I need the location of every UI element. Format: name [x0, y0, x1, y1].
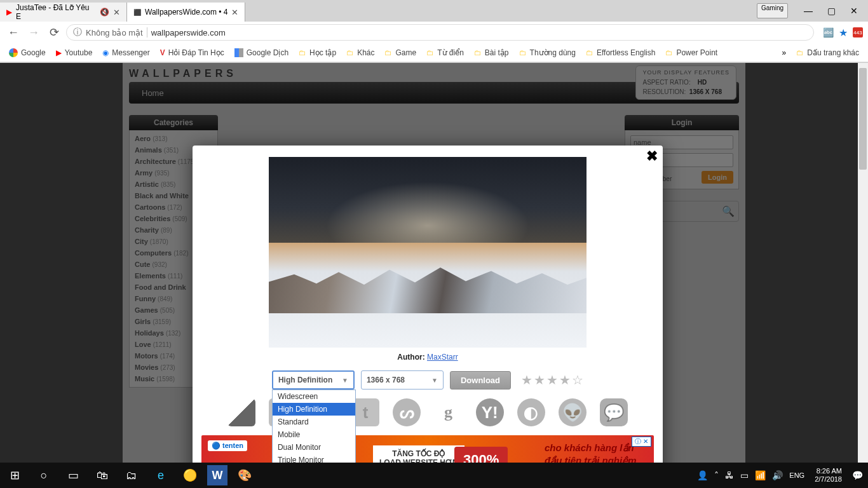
bookmark-youtube[interactable]: ▶Youtube	[52, 46, 97, 59]
network-icon[interactable]: 🖧	[725, 470, 734, 480]
wifi-icon[interactable]: 📶	[755, 470, 766, 480]
start-button[interactable]: ⊞	[0, 463, 29, 488]
battery-icon[interactable]: ▭	[740, 470, 749, 480]
explorer-icon[interactable]: 🗂	[117, 463, 146, 488]
star-icon[interactable]: ★	[534, 372, 545, 388]
folder-icon: 🗀	[346, 48, 354, 57]
tab-title: WallpapersWide.com • 4	[145, 8, 227, 17]
wallpaper-modal: ✖ Author: MaxStarr High Definition ▼ Wid…	[193, 146, 663, 488]
reload-button[interactable]: ⟳	[46, 24, 62, 41]
extension-icon[interactable]: 443	[853, 27, 863, 37]
site-icon: V	[160, 48, 165, 57]
taskview-button[interactable]: ▭	[58, 463, 88, 488]
back-button[interactable]: ←	[5, 24, 22, 41]
notifications-icon[interactable]: 💬	[852, 470, 863, 480]
tab-youtube[interactable]: ▶ JustaTee - Đã Lỡ Yêu E 🔇 ✕	[0, 3, 127, 22]
star-icon[interactable]: ★	[521, 372, 532, 388]
format-dropdown: WidescreenHigh DefinitionStandardMobileD…	[272, 390, 356, 467]
close-icon[interactable]: ✕	[113, 8, 120, 17]
ad-close-icon[interactable]: ⓘ ✕	[632, 437, 651, 447]
dropdown-option[interactable]: Mobile	[273, 428, 355, 441]
tab-wallpaperswide[interactable]: ⬛ WallpapersWide.com • 4 ✕	[127, 3, 245, 22]
cortana-button[interactable]: ○	[29, 463, 58, 488]
yahoo-icon[interactable]: Y!	[476, 398, 504, 426]
bookmark-khac[interactable]: 🗀Khác	[342, 46, 378, 59]
translate-icon[interactable]: 🔤	[823, 27, 834, 37]
resolution-select[interactable]: 868 x 488 ▼	[361, 370, 444, 390]
folder-icon: 🗀	[665, 48, 673, 57]
tray-chevron-icon[interactable]: ˄	[714, 470, 719, 480]
chevron-down-icon: ▼	[342, 377, 348, 384]
people-icon[interactable]: 👤	[697, 470, 708, 480]
star-icon[interactable]: ★	[559, 372, 571, 388]
folder-icon: 🗀	[384, 48, 392, 57]
edge-icon[interactable]: e	[146, 463, 175, 488]
translate-icon	[234, 48, 243, 57]
maximize-button[interactable]: ▢	[822, 3, 840, 18]
volume-icon[interactable]: 🔊	[772, 470, 783, 480]
scrollbar[interactable]	[858, 63, 868, 488]
bookmark-thuongdung[interactable]: 🗀Thường dùng	[515, 46, 580, 59]
folder-icon: 🗀	[299, 48, 306, 57]
minimize-button[interactable]: —	[799, 3, 817, 18]
delicious-icon[interactable]	[227, 398, 255, 426]
bookmark-hoidap[interactable]: VHỏi Đáp Tin Học	[156, 46, 228, 59]
folder-icon: 🗀	[519, 48, 527, 57]
youtube-icon: ▶	[6, 8, 12, 17]
store-icon[interactable]: 🛍	[88, 463, 117, 488]
chrome-icon[interactable]: 🟡	[175, 463, 205, 488]
bookmark-hoctap[interactable]: 🗀Học tập	[295, 46, 340, 59]
wallpaper-preview[interactable]	[269, 157, 587, 348]
bookmarks-bar: Google ▶Youtube ◉Messenger VHỏi Đáp Tin …	[0, 43, 868, 62]
bookmark-gtranslate[interactable]: Google Dịch	[231, 46, 292, 59]
security-label: Không bảo mật	[86, 28, 143, 37]
bookmark-effortless[interactable]: 🗀Effortless English	[582, 46, 660, 59]
bookmark-messenger[interactable]: ◉Messenger	[98, 46, 153, 59]
modal-close-button[interactable]: ✖	[646, 148, 658, 165]
reddit-icon[interactable]: 👽	[559, 398, 587, 426]
dropdown-option[interactable]: Dual Monitor	[273, 441, 355, 454]
dropdown-option[interactable]: Widescreen	[273, 390, 355, 403]
folder-icon: 🗀	[474, 48, 482, 57]
info-icon[interactable]: ⓘ	[73, 27, 82, 38]
google-icon[interactable]: g	[435, 398, 463, 426]
dropdown-option[interactable]: High Definition	[273, 403, 355, 416]
language-indicator[interactable]: ENG	[789, 471, 804, 479]
address-row: ← → ⟳ ⓘ Không bảo mật wallpaperswide.com…	[0, 22, 868, 43]
youtube-icon: ▶	[56, 48, 62, 57]
star-icon[interactable]: ☆	[572, 372, 583, 388]
scrollbar-thumb[interactable]	[859, 68, 867, 170]
site-icon: ⬛	[133, 9, 141, 16]
download-button[interactable]: Download	[450, 371, 511, 390]
close-icon[interactable]: ✕	[231, 8, 238, 17]
divider	[147, 27, 147, 37]
stumbleupon-icon[interactable]: ᔕ	[393, 398, 421, 426]
format-select[interactable]: High Definition ▼ WidescreenHigh Definit…	[272, 370, 355, 390]
author-link[interactable]: MaxStarr	[427, 353, 458, 362]
star-icon[interactable]: ★	[546, 372, 558, 388]
bookmarks-chevron[interactable]: »	[782, 48, 787, 57]
rating-stars[interactable]: ★ ★ ★ ★ ☆	[521, 372, 583, 388]
word-icon[interactable]: W	[207, 465, 227, 485]
myspace-icon[interactable]: ◐	[517, 398, 545, 426]
address-bar[interactable]: ⓘ Không bảo mật wallpaperswide.com	[66, 24, 814, 41]
dropdown-option[interactable]: Standard	[273, 416, 355, 428]
tab-title: JustaTee - Đã Lỡ Yêu E	[16, 3, 96, 21]
download-controls: High Definition ▼ WidescreenHigh Definit…	[201, 370, 654, 390]
chevron-down-icon: ▼	[431, 377, 438, 384]
bookmark-google[interactable]: Google	[5, 46, 50, 59]
messenger-icon: ◉	[102, 48, 109, 57]
mute-icon[interactable]: 🔇	[100, 8, 109, 17]
bookmark-tudien[interactable]: 🗀Từ điển	[423, 46, 468, 59]
bookmark-baitap[interactable]: 🗀Bài tập	[470, 46, 513, 59]
bookmark-game[interactable]: 🗀Game	[381, 46, 420, 59]
bookmark-star-icon[interactable]: ★	[839, 27, 848, 39]
chat-icon[interactable]: 💬	[600, 398, 628, 426]
paint-icon[interactable]: 🎨	[230, 463, 259, 488]
close-window-button[interactable]: ✕	[845, 3, 863, 18]
clock[interactable]: 8:26 AM 2/7/2018	[811, 467, 846, 484]
bookmark-powerpoint[interactable]: 🗀Power Point	[661, 46, 721, 59]
window-controls: Gaming — ▢ ✕	[757, 3, 868, 18]
other-bookmarks[interactable]: 🗀Dấu trang khác	[792, 46, 863, 59]
forward-button[interactable]: →	[25, 24, 42, 41]
